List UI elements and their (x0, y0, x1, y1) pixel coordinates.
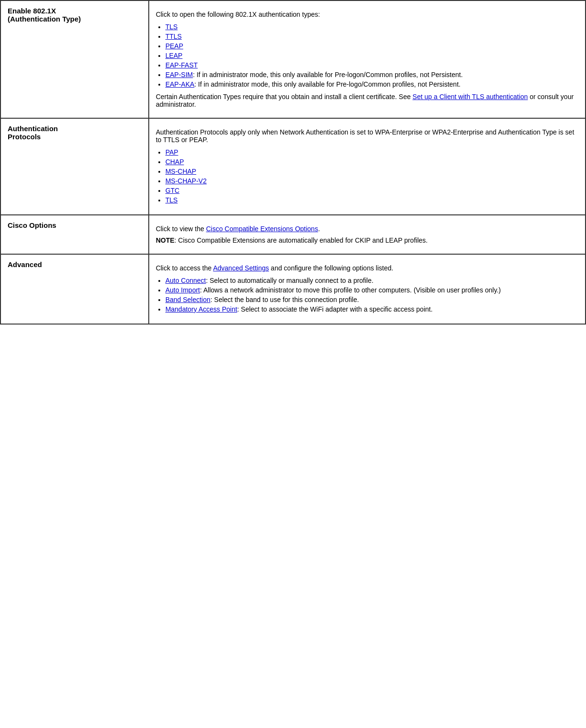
enable-8021x-header: Enable 802.1X(Authentication Type) (0, 0, 149, 118)
list-item: PAP (166, 148, 578, 156)
advanced-row: Advanced Click to access the Advanced Se… (0, 254, 586, 324)
eap-aka-link[interactable]: EAP-AKA (166, 80, 195, 88)
tls-link[interactable]: TLS (166, 23, 178, 31)
enable-8021x-footer: Certain Authentication Types require tha… (156, 93, 578, 108)
cisco-options-note: NOTE: Cisco Compatible Extensions are au… (156, 236, 578, 244)
list-item: EAP-AKA: If in administrator mode, this … (166, 80, 578, 88)
advanced-settings-link[interactable]: Advanced Settings (213, 264, 269, 272)
eap-sim-link[interactable]: EAP-SIM (166, 71, 193, 78)
advanced-intro: Click to access the Advanced Settings an… (156, 264, 578, 272)
gtc-link[interactable]: GTC (166, 187, 180, 194)
band-selection-link[interactable]: Band Selection (166, 296, 210, 303)
advanced-content: Click to access the Advanced Settings an… (149, 254, 586, 324)
eap-fast-link[interactable]: EAP-FAST (166, 61, 198, 69)
auth-protocols-intro: Authentication Protocols apply only when… (156, 128, 578, 144)
auth-protocols-row: AuthenticationProtocols Authentication P… (0, 118, 586, 215)
list-item: Mandatory Access Point: Select to associ… (166, 305, 578, 313)
list-item: Band Selection: Select the band to use f… (166, 296, 578, 303)
list-item: MS-CHAP (166, 168, 578, 175)
cisco-options-header: Cisco Options (0, 215, 149, 254)
enable-8021x-intro: Click to open the following 802.1X authe… (156, 11, 578, 18)
list-item: CHAP (166, 158, 578, 166)
list-item: LEAP (166, 52, 578, 59)
enable-8021x-list: TLS TTLS PEAP LEAP EAP-FAST EAP-SIM: If … (166, 23, 578, 88)
list-item: Auto Connect: Select to automatically or… (166, 277, 578, 284)
main-table: Enable 802.1X(Authentication Type) Click… (0, 0, 586, 325)
list-item: TTLS (166, 33, 578, 40)
enable-8021x-row: Enable 802.1X(Authentication Type) Click… (0, 0, 586, 118)
list-item: EAP-SIM: If in administrator mode, this … (166, 71, 578, 78)
list-item: MS-CHAP-V2 (166, 177, 578, 185)
tls-auth-setup-link[interactable]: Set up a Client with TLS authentication (412, 93, 528, 101)
enable-8021x-content: Click to open the following 802.1X authe… (149, 0, 586, 118)
chap-link[interactable]: CHAP (166, 158, 184, 166)
list-item: Auto Import: Allows a network administra… (166, 286, 578, 294)
cisco-options-content: Click to view the Cisco Compatible Exten… (149, 215, 586, 254)
peap-link[interactable]: PEAP (166, 42, 183, 50)
pap-link[interactable]: PAP (166, 148, 178, 156)
list-item: GTC (166, 187, 578, 194)
advanced-header: Advanced (0, 254, 149, 324)
auto-import-link[interactable]: Auto Import (166, 286, 200, 294)
list-item: TLS (166, 23, 578, 31)
list-item: PEAP (166, 42, 578, 50)
tls-link-2[interactable]: TLS (166, 196, 178, 204)
cisco-options-intro: Click to view the Cisco Compatible Exten… (156, 225, 578, 233)
ttls-link[interactable]: TTLS (166, 33, 182, 40)
list-item: EAP-FAST (166, 61, 578, 69)
auth-protocols-list: PAP CHAP MS-CHAP MS-CHAP-V2 GTC TLS (166, 148, 578, 204)
auth-protocols-content: Authentication Protocols apply only when… (149, 118, 586, 215)
mandatory-access-point-link[interactable]: Mandatory Access Point (166, 305, 237, 313)
ms-chap-v2-link[interactable]: MS-CHAP-V2 (166, 177, 207, 185)
leap-link[interactable]: LEAP (166, 52, 183, 59)
cisco-compatible-extensions-link[interactable]: Cisco Compatible Extensions Options (206, 225, 318, 233)
advanced-list: Auto Connect: Select to automatically or… (166, 277, 578, 313)
auth-protocols-header: AuthenticationProtocols (0, 118, 149, 215)
cisco-options-row: Cisco Options Click to view the Cisco Co… (0, 215, 586, 254)
ms-chap-link[interactable]: MS-CHAP (166, 168, 197, 175)
list-item: TLS (166, 196, 578, 204)
auto-connect-link[interactable]: Auto Connect (166, 277, 206, 284)
